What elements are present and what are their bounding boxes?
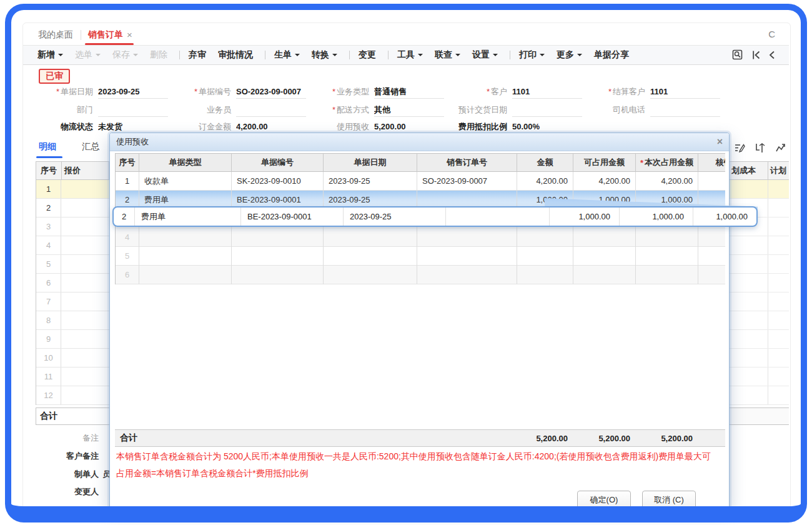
toolbar-tools-button[interactable]: 工具 (397, 49, 423, 61)
toolbar-select-button[interactable]: 选单 (75, 49, 101, 61)
table-row[interactable]: 10 (36, 349, 109, 368)
prev-record-icon[interactable] (769, 50, 775, 60)
field-value: 未发货 (98, 121, 168, 133)
field-bill-no: *单据编号 SO-2023-09-0007 (172, 84, 310, 100)
field-value[interactable] (650, 104, 720, 117)
tab-summary[interactable]: 汇总 (82, 141, 99, 152)
field-value: 50.00% (512, 121, 582, 133)
col-seq: 序号 (116, 153, 139, 172)
col-amount: 金额 (517, 153, 573, 172)
chevron-down-icon (133, 54, 138, 59)
column-setting-icon[interactable] (754, 142, 766, 154)
table-row-empty[interactable]: 5 (116, 247, 725, 266)
col-planned-cost: 划成本 (730, 162, 768, 179)
field-value[interactable]: SO-2023-09-0007 (236, 86, 306, 99)
table-row[interactable]: 5 (36, 255, 109, 274)
field-value[interactable]: 2023-09-25 (98, 86, 168, 99)
table-row[interactable] (730, 368, 789, 386)
changer-label: 变更人 (34, 486, 99, 498)
toolbar-delete-button[interactable]: 删除 (150, 49, 167, 61)
field-label: 物流状态 (34, 121, 93, 132)
toolbar-separator (510, 51, 510, 59)
field-value[interactable]: 1101 (512, 86, 582, 99)
table-row[interactable] (730, 274, 789, 292)
field-label: *结算客户 (587, 86, 645, 98)
field-label: 订金金额 (172, 121, 231, 132)
field-salesman: 业务员 (172, 102, 310, 118)
toolbar-generate-button[interactable]: 生单 (274, 49, 300, 61)
trend-icon[interactable] (775, 142, 787, 154)
chevron-down-icon (295, 54, 300, 59)
tab-close-icon[interactable]: × (127, 29, 132, 40)
tab-sales-order[interactable]: 销售订单 (88, 29, 123, 41)
toolbar-unapprove-button[interactable]: 弃审 (189, 49, 206, 61)
table-row[interactable] (730, 349, 789, 368)
locate-icon[interactable] (732, 49, 744, 61)
toolbar-print-button[interactable]: 打印 (519, 49, 545, 61)
table-row-empty[interactable]: 4 (116, 228, 725, 247)
field-value[interactable]: 1101 (650, 86, 720, 99)
field-value[interactable]: 普通销售 (374, 86, 444, 99)
partial-refresh-icon[interactable]: C (768, 29, 775, 39)
table-row[interactable] (730, 330, 789, 349)
table-row-empty[interactable]: 6 (116, 266, 725, 284)
field-value[interactable] (236, 104, 306, 117)
toolbar-linked-query-button[interactable]: 联查 (435, 49, 460, 61)
table-row[interactable]: 7 (36, 292, 109, 311)
toolbar-save-button[interactable]: 保存 (112, 49, 138, 61)
total-label: 合计 (115, 430, 517, 446)
table-row[interactable]: 3 (36, 218, 109, 236)
table-row[interactable]: 2 (36, 199, 109, 218)
table-row[interactable] (730, 180, 789, 199)
form-row-1: *单据日期 2023-09-25 *单据编号 SO-2023-09-0007 *… (34, 84, 728, 100)
table-row[interactable]: 1 (36, 180, 109, 199)
field-value[interactable] (98, 104, 168, 117)
tab-divider (81, 30, 81, 40)
required-mark: * (56, 87, 59, 96)
chevron-down-icon (418, 54, 423, 59)
toolbar-add-button[interactable]: 新增 (37, 49, 63, 61)
field-delivery-method: *配送方式 其他 (310, 102, 448, 118)
ok-button[interactable]: 确定(O) (577, 491, 631, 509)
table-row[interactable]: 6 (36, 274, 109, 292)
dialog-title-bar[interactable]: 使用预收 × (110, 133, 729, 151)
table-row[interactable]: 11 (36, 368, 109, 386)
table-row[interactable]: 4 (36, 236, 109, 255)
field-value[interactable]: 其他 (374, 104, 444, 117)
field-label: *单据日期 (34, 86, 93, 98)
toolbar-separator (349, 51, 350, 59)
total-occupied: 5,200.00 (635, 430, 698, 446)
toolbar-separator (388, 51, 389, 59)
table-row[interactable] (730, 292, 789, 311)
toolbar-share-button[interactable]: 单据分享 (594, 49, 629, 61)
table-row[interactable] (730, 386, 789, 405)
chevron-down-icon (96, 54, 101, 59)
dialog-close-icon[interactable]: × (717, 137, 723, 147)
field-label: 使用预收 (310, 121, 369, 132)
prepayment-warning-text: 本销售订单含税金额合计为 5200人民币;本单使用预收一共是人民币:5200;其… (116, 448, 718, 482)
dialog-title: 使用预收 (116, 136, 149, 148)
tab-my-desktop[interactable]: 我的桌面 (38, 29, 73, 41)
field-business-type: *业务类型 普通销售 (310, 84, 448, 100)
toolbar-change-button[interactable]: 变更 (359, 49, 376, 61)
table-row[interactable] (730, 236, 789, 255)
table-row[interactable]: 9 (36, 330, 109, 349)
toolbar-approval-status-button[interactable]: 审批情况 (218, 49, 253, 61)
batch-edit-icon[interactable] (733, 142, 746, 154)
first-record-icon[interactable] (752, 50, 761, 60)
table-row[interactable] (730, 255, 789, 274)
cancel-button[interactable]: 取消 (C) (642, 491, 696, 509)
toolbar-settings-button[interactable]: 设置 (472, 49, 498, 61)
table-row[interactable]: 12 (36, 386, 109, 405)
table-row[interactable] (730, 311, 789, 330)
field-label: *配送方式 (310, 104, 369, 116)
table-row[interactable]: 8 (36, 311, 109, 330)
toolbar-convert-button[interactable]: 转换 (312, 49, 337, 61)
field-value[interactable] (512, 104, 582, 117)
drag-preview-row[interactable]: 2 费用单 BE-2023-09-0001 2023-09-25 1,000.0… (112, 206, 758, 227)
table-row[interactable]: 1 收款单 SK-2023-09-0010 2023-09-25 SO-2023… (116, 172, 725, 191)
chevron-down-icon (455, 54, 460, 59)
tab-detail[interactable]: 明细 (39, 141, 56, 152)
toolbar-more-button[interactable]: 更多 (557, 49, 582, 61)
field-label: 业务员 (172, 104, 231, 116)
